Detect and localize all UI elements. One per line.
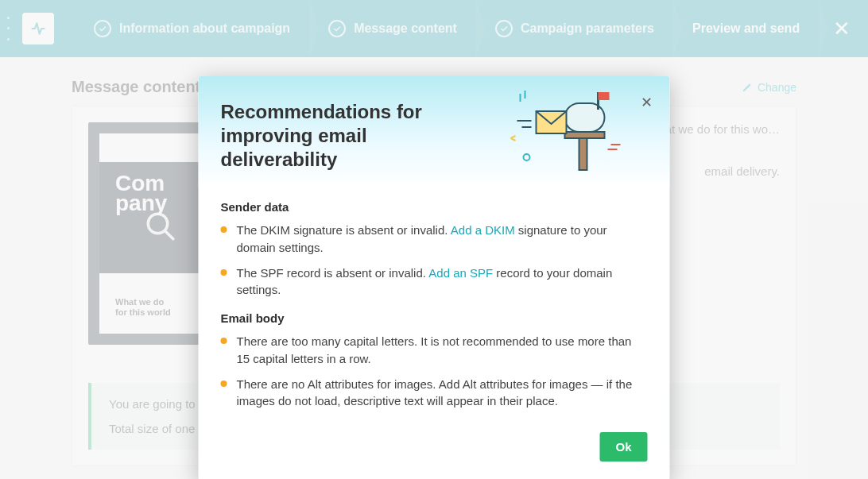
recommendation-text: There are no Alt attributes for images. … xyxy=(237,376,648,411)
recommendation-item: The DKIM signature is absent or invalid.… xyxy=(221,222,648,257)
recommendation-item: There are too many capital letters. It i… xyxy=(221,333,648,368)
svg-rect-3 xyxy=(565,132,605,138)
modal-close-button[interactable]: ✕ xyxy=(641,94,653,111)
bullet-dot-icon xyxy=(221,269,227,276)
svg-rect-4 xyxy=(579,138,587,170)
recommendation-text: The DKIM signature is absent or invalid.… xyxy=(237,222,648,257)
recommendations-modal: Recommendations forimproving email deliv… xyxy=(199,76,670,479)
svg-rect-6 xyxy=(599,92,610,100)
recommendation-text: There are too many capital letters. It i… xyxy=(237,333,648,368)
recommendation-item: The SPF record is absent or invalid. Add… xyxy=(221,265,648,299)
modal-title: Recommendations forimproving email deliv… xyxy=(221,100,459,172)
modal-group-heading: Sender data xyxy=(221,200,648,214)
svg-point-10 xyxy=(524,154,530,160)
recommendation-text: The SPF record is absent or invalid. Add… xyxy=(237,265,648,299)
recommendation-link[interactable]: Add a DKIM xyxy=(451,223,515,237)
bullet-dot-icon xyxy=(221,226,227,233)
recommendation-item: There are no Alt attributes for images. … xyxy=(221,376,648,411)
modal-ok-button[interactable]: Ok xyxy=(599,432,647,462)
bullet-dot-icon xyxy=(221,338,227,344)
mailbox-illustration-icon xyxy=(503,87,622,178)
bullet-dot-icon xyxy=(221,380,227,387)
modal-group-heading: Email body xyxy=(221,311,648,325)
recommendation-link[interactable]: Add an SPF xyxy=(428,266,493,280)
modal-body: Sender dataThe DKIM signature is absent … xyxy=(199,200,670,432)
